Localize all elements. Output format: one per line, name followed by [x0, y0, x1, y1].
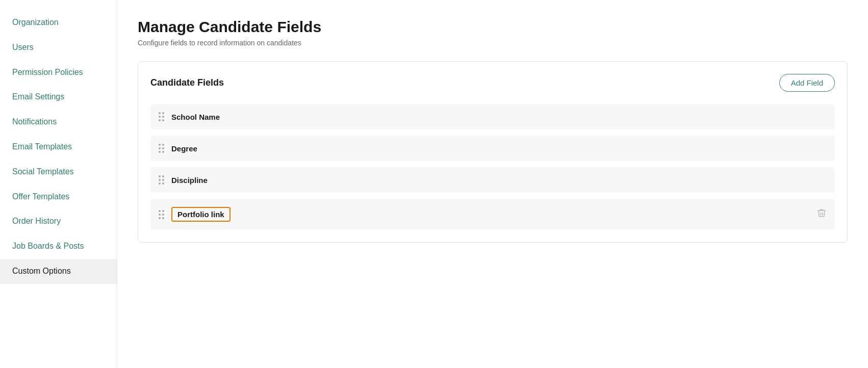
- table-row: Discipline: [150, 167, 835, 193]
- sidebar: OrganizationUsersPermission PoliciesEmai…: [0, 0, 117, 368]
- fields-list: School NameDegreeDisciplinePortfolio lin…: [150, 104, 835, 230]
- delete-field-button[interactable]: [816, 208, 827, 221]
- sidebar-item-order-history[interactable]: Order History: [0, 209, 117, 234]
- sidebar-item-social-templates[interactable]: Social Templates: [0, 160, 117, 185]
- sidebar-item-notifications[interactable]: Notifications: [0, 110, 117, 135]
- sidebar-item-email-templates[interactable]: Email Templates: [0, 135, 117, 160]
- card-header: Candidate Fields Add Field: [150, 74, 835, 92]
- sidebar-item-users[interactable]: Users: [0, 35, 117, 60]
- sidebar-item-permission-policies[interactable]: Permission Policies: [0, 60, 117, 85]
- card-title: Candidate Fields: [150, 77, 224, 88]
- sidebar-item-custom-options[interactable]: Custom Options: [0, 259, 117, 284]
- page-title: Manage Candidate Fields: [138, 18, 848, 36]
- field-name-degree: Degree: [171, 144, 197, 153]
- drag-handle-icon[interactable]: [159, 144, 164, 153]
- drag-handle-icon[interactable]: [159, 112, 164, 121]
- field-name-school-name: School Name: [171, 113, 220, 121]
- field-name-discipline: Discipline: [171, 176, 208, 185]
- sidebar-item-organization[interactable]: Organization: [0, 10, 117, 35]
- sidebar-item-offer-templates[interactable]: Offer Templates: [0, 185, 117, 209]
- field-name-portfolio-link: Portfolio link: [171, 207, 231, 222]
- table-row: Degree: [150, 136, 835, 161]
- sidebar-item-job-boards-posts[interactable]: Job Boards & Posts: [0, 234, 117, 259]
- drag-handle-icon[interactable]: [159, 175, 164, 185]
- add-field-button[interactable]: Add Field: [779, 74, 835, 92]
- page-subtitle: Configure fields to record information o…: [138, 39, 848, 47]
- table-row: Portfolio link: [150, 199, 835, 230]
- sidebar-item-email-settings[interactable]: Email Settings: [0, 85, 117, 110]
- main-content: Manage Candidate Fields Configure fields…: [117, 0, 868, 368]
- candidate-fields-card: Candidate Fields Add Field School NameDe…: [138, 61, 848, 243]
- table-row: School Name: [150, 104, 835, 129]
- drag-handle-icon[interactable]: [159, 210, 164, 219]
